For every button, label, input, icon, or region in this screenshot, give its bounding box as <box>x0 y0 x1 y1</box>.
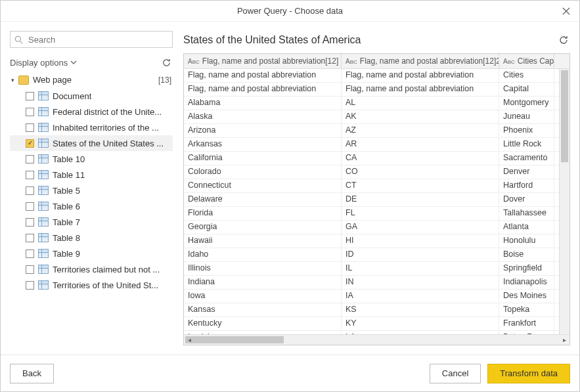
tree-item-label: Table 11 <box>53 170 85 180</box>
vertical-scrollbar[interactable] <box>559 69 569 334</box>
search-input-wrap[interactable] <box>10 31 173 48</box>
tree-item-label: Document <box>53 91 91 101</box>
table-row[interactable]: AlaskaAKJuneau <box>184 110 559 124</box>
vertical-scroll-thumb[interactable] <box>561 70 568 162</box>
cell: Little Rock <box>499 138 554 151</box>
tree-item[interactable]: Document <box>10 88 173 104</box>
tree-root-label: Web page <box>33 75 72 85</box>
cell: HI <box>342 234 499 248</box>
cell: Arizona <box>184 124 342 137</box>
cell: Dover <box>499 193 554 206</box>
cell: Georgia <box>184 221 342 234</box>
tree-item[interactable]: Table 9 <box>10 246 173 261</box>
checkbox[interactable] <box>26 250 34 258</box>
scroll-right-arrow[interactable]: ▸ <box>560 336 568 344</box>
column-header[interactable]: ABC Cities Capital <box>499 54 554 68</box>
cell: Kansas <box>184 303 342 316</box>
table-row[interactable]: IndianaINIndianapolis <box>184 276 559 290</box>
column-header[interactable]: ABC Flag, name and postal abbreviation[1… <box>184 54 342 68</box>
tree-item[interactable]: Territories claimed but not ... <box>10 261 173 277</box>
cell: Cities <box>499 69 554 82</box>
table-icon <box>38 107 49 116</box>
preview-refresh-button[interactable] <box>557 33 570 47</box>
tree-root[interactable]: ▾ Web page [13] <box>10 73 173 87</box>
table-icon <box>38 217 49 227</box>
column-header-label: Cities Capital <box>518 56 554 66</box>
checkbox[interactable] <box>26 202 34 211</box>
tree-item-label: States of the United States ... <box>53 139 164 148</box>
refresh-button[interactable] <box>160 56 173 69</box>
tree-item[interactable]: Table 6 <box>10 198 173 214</box>
cell: Idaho <box>184 248 342 261</box>
scroll-left-arrow[interactable]: ◂ <box>185 336 193 344</box>
display-options-toggle[interactable]: Display options <box>10 58 77 68</box>
cell: Hartford <box>499 179 554 192</box>
column-header[interactable]: ABC Flag, name and postal abbreviation[1… <box>342 54 499 68</box>
table-row[interactable]: ConnecticutCTHartford <box>184 179 559 193</box>
table-row[interactable]: KansasKSTopeka <box>184 303 559 317</box>
table-row[interactable]: Flag, name and postal abbreviationFlag, … <box>184 69 559 83</box>
close-button[interactable] <box>558 3 574 19</box>
column-header-label: Flag, name and postal abbreviation[12]2 <box>360 56 499 66</box>
grid-rows: Flag, name and postal abbreviationFlag, … <box>184 69 559 334</box>
cell: FL <box>342 207 499 220</box>
table-row[interactable]: HawaiiHIHonolulu <box>184 234 559 248</box>
checkbox[interactable] <box>26 155 34 163</box>
grid-header: ABC Flag, name and postal abbreviation[1… <box>184 54 569 69</box>
checkbox[interactable] <box>26 265 34 274</box>
cell: Des Moines <box>499 290 554 303</box>
table-row[interactable]: GeorgiaGAAtlanta <box>184 221 559 234</box>
search-input[interactable] <box>27 34 168 45</box>
cell: Iowa <box>184 290 342 303</box>
cell: IL <box>342 262 499 275</box>
tree-root-count: [13] <box>158 76 171 85</box>
tree-item[interactable]: Inhabited territories of the ... <box>10 120 173 135</box>
checkbox[interactable] <box>26 92 34 100</box>
cell: AZ <box>342 124 499 137</box>
cancel-button[interactable]: Cancel <box>430 364 481 383</box>
table-icon <box>38 139 49 148</box>
table-row[interactable]: IowaIADes Moines <box>184 290 559 303</box>
table-row[interactable]: KentuckyKYFrankfort <box>184 317 559 331</box>
table-icon <box>38 265 49 274</box>
tree-item[interactable]: Table 11 <box>10 167 173 183</box>
checkbox[interactable] <box>26 186 34 195</box>
cell: Boise <box>499 248 554 261</box>
checkbox[interactable] <box>26 139 34 148</box>
tree-item[interactable]: Table 8 <box>10 230 173 246</box>
tree-item[interactable]: Territories of the United St... <box>10 277 173 293</box>
table-row[interactable]: DelawareDEDover <box>184 193 559 207</box>
tree-item[interactable]: Table 7 <box>10 214 173 230</box>
tree-item[interactable]: Federal district of the Unite... <box>10 104 173 120</box>
table-icon <box>38 123 49 132</box>
table-row[interactable]: ArkansasARLittle Rock <box>184 138 559 152</box>
checkbox[interactable] <box>26 281 34 290</box>
table-row[interactable]: ArizonaAZPhoenix <box>184 124 559 138</box>
checkbox[interactable] <box>26 171 34 179</box>
tree-item[interactable]: States of the United States ... <box>10 135 173 151</box>
back-button[interactable]: Back <box>10 364 54 383</box>
tree-item[interactable]: Table 5 <box>10 183 173 198</box>
cell: AR <box>342 138 499 151</box>
table-row[interactable]: IdahoIDBoise <box>184 248 559 262</box>
cell: Illinois <box>184 262 342 275</box>
tree-item-label: Table 9 <box>53 249 80 259</box>
table-row[interactable]: IllinoisILSpringfield <box>184 262 559 276</box>
table-row[interactable]: CaliforniaCASacramento <box>184 152 559 165</box>
checkbox[interactable] <box>26 108 34 116</box>
horizontal-scroll-thumb[interactable] <box>185 336 284 343</box>
checkbox[interactable] <box>26 123 34 132</box>
tree-item-label: Territories of the United St... <box>53 280 158 290</box>
tree-item[interactable]: Table 10 <box>10 151 173 167</box>
text-type-icon: ABC <box>188 58 200 65</box>
table-row[interactable]: FloridaFLTallahassee <box>184 207 559 221</box>
svg-point-0 <box>15 36 20 41</box>
transform-data-button[interactable]: Transform data <box>487 364 570 383</box>
horizontal-scrollbar[interactable]: ◂ ▸ <box>184 334 569 345</box>
table-row[interactable]: ColoradoCODenver <box>184 165 559 179</box>
cell: Honolulu <box>499 234 554 248</box>
checkbox[interactable] <box>26 234 34 242</box>
checkbox[interactable] <box>26 218 34 227</box>
table-row[interactable]: AlabamaALMontgomery <box>184 97 559 110</box>
table-row[interactable]: Flag, name and postal abbreviationFlag, … <box>184 83 559 97</box>
